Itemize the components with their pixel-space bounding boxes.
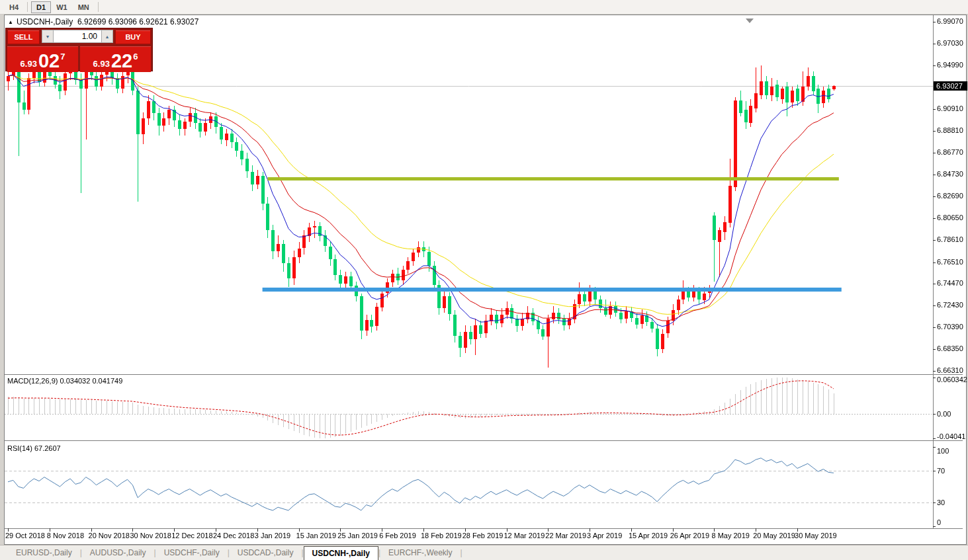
current-price-label: 6.93027 (934, 81, 967, 91)
chevron-down-icon: ▼ (46, 34, 50, 39)
price-axis-label: 6.94990 (937, 61, 963, 69)
date-axis-label: 15 Jan 2019 (296, 532, 337, 540)
price-axis-label: 6.99070 (937, 17, 963, 25)
chart-tab-audusd[interactable]: AUDUSD-,Daily (82, 545, 154, 560)
price-axis-label: 6.97030 (937, 39, 963, 47)
sell-button[interactable]: SELL (7, 30, 40, 44)
price-axis-label: 6.70390 (937, 323, 963, 331)
rsi-axis-100: 100 (937, 447, 949, 455)
chart-ohlc-values: 6.92699 6.93096 6.92621 6.93027 (77, 17, 199, 26)
price-axis-label: 6.74470 (937, 279, 963, 287)
chart-tab-bar: EURUSD-,Daily|AUDUSD-,Daily|USDCHF-,Dail… (0, 545, 968, 560)
rsi-axis-30: 30 (937, 499, 945, 506)
timeframe-d1-button[interactable]: D1 (31, 1, 51, 13)
toolbar-separator (98, 2, 99, 12)
volume-input[interactable]: 1.00 (54, 30, 101, 43)
rsi-axis-70: 70 (937, 467, 945, 475)
date-axis-label: 26 Apr 2019 (670, 532, 709, 540)
price-axis-label: 6.80650 (937, 214, 963, 221)
date-axis-label: 12 Dec 2018 (171, 532, 212, 540)
price-axis-label: 6.86770 (937, 148, 963, 156)
bid-price-prefix: 6.93 (21, 59, 37, 69)
price-axis-label: 6.84730 (937, 170, 963, 178)
date-axis-label: 30 May 2019 (795, 532, 837, 540)
rsi-indicator-label: RSI(14) 67.2607 (7, 444, 61, 452)
chart-symbol-title: USDCNH-,Daily (17, 17, 73, 26)
date-axis-label: 20 Nov 2018 (89, 532, 130, 540)
volume-up-button[interactable]: ▲ (101, 30, 113, 43)
ask-price-prefix: 6.93 (93, 59, 110, 69)
chart-tab-eurchf[interactable]: EURCHF-,Weekly (380, 545, 460, 560)
macd-indicator-label: MACD(12,26,9) 0.034032 0.041749 (7, 377, 122, 385)
date-axis-label: 29 Oct 2018 (5, 532, 45, 540)
chart-tab-eurusd[interactable]: EURUSD-,Daily (8, 545, 80, 560)
one-click-trade-panel: SELL ▼ 1.00 ▲ BUY 6.93 02 7 6.93 22 6 (5, 28, 153, 71)
chart-tab-usdcad[interactable]: USDCAD-,Daily (230, 545, 302, 560)
timeframe-mn-button[interactable]: MN (73, 1, 95, 13)
date-axis-label: 8 May 2019 (711, 532, 749, 540)
date-axis-label: 18 Feb 2019 (421, 532, 462, 540)
toolbar-separator (27, 2, 28, 12)
date-axis-label: 3 Jan 2019 (255, 532, 290, 540)
price-axis-label: 6.88810 (937, 126, 963, 134)
date-axis-label: 22 Mar 2019 (545, 532, 586, 540)
date-axis-label: 15 Apr 2019 (629, 532, 668, 540)
price-axis-label: 6.82690 (937, 192, 963, 200)
date-axis[interactable]: 29 Oct 20188 Nov 201820 Nov 201830 Nov 2… (0, 532, 930, 546)
price-axis-label: 6.78610 (937, 235, 963, 243)
price-axis[interactable]: 6.93027 0.060342 0.00 -0.04041 100 70 30… (934, 15, 967, 543)
chart-canvas[interactable] (0, 0, 968, 560)
volume-spinner: ▼ 1.00 ▲ (42, 30, 113, 43)
price-axis-label: 6.72430 (937, 301, 963, 309)
timeframe-h4-button[interactable]: H4 (4, 1, 24, 13)
bid-price-sup: 7 (60, 52, 65, 61)
price-axis-label: 6.68350 (937, 344, 963, 352)
ask-price-sup: 6 (133, 52, 138, 61)
price-axis-label: 6.76510 (937, 258, 963, 266)
price-axis-label: 6.66310 (937, 366, 963, 374)
collapse-panel-icon[interactable]: ▲ (8, 19, 13, 25)
chart-tab-usdchf[interactable]: USDCHF-,Daily (156, 545, 228, 560)
timeframe-w1-button[interactable]: W1 (51, 1, 73, 13)
macd-axis-max: 0.060342 (937, 376, 967, 383)
date-axis-label: 24 Dec 2018 (213, 532, 254, 540)
tab-separator: | (461, 545, 462, 560)
timeframe-toolbar: H4 D1 W1 MN (0, 0, 968, 15)
ask-price-button[interactable]: 6.93 22 6 (80, 46, 151, 72)
buy-button[interactable]: BUY (115, 30, 151, 44)
price-axis-label: 6.90910 (937, 104, 963, 112)
date-axis-label: 30 Nov 2018 (130, 532, 171, 540)
date-axis-label: 3 Apr 2019 (587, 532, 622, 540)
rsi-axis-0: 0 (937, 518, 941, 526)
chart-tab-usdcnh[interactable]: USDCNH-,Daily (304, 546, 378, 560)
chart-header: ▲USDCNH-,Daily 6.92699 6.93096 6.92621 6… (8, 17, 198, 26)
bid-price-button[interactable]: 6.93 02 7 (7, 46, 78, 72)
date-axis-label: 8 Nov 2018 (47, 532, 84, 540)
chevron-up-icon: ▲ (105, 34, 110, 39)
date-axis-label: 6 Feb 2019 (379, 532, 416, 540)
chart-shift-icon[interactable] (746, 19, 754, 23)
bid-price-big: 02 (38, 52, 60, 71)
ask-price-big: 22 (111, 52, 132, 71)
macd-axis-zero: 0.00 (937, 410, 951, 418)
date-axis-label: 28 Feb 2019 (462, 532, 504, 540)
date-axis-label: 25 Jan 2019 (337, 532, 378, 540)
volume-down-button[interactable]: ▼ (42, 30, 54, 43)
date-axis-label: 12 Mar 2019 (504, 532, 545, 540)
date-axis-label: 20 May 2019 (753, 532, 795, 540)
macd-axis-min: -0.04041 (937, 432, 965, 440)
